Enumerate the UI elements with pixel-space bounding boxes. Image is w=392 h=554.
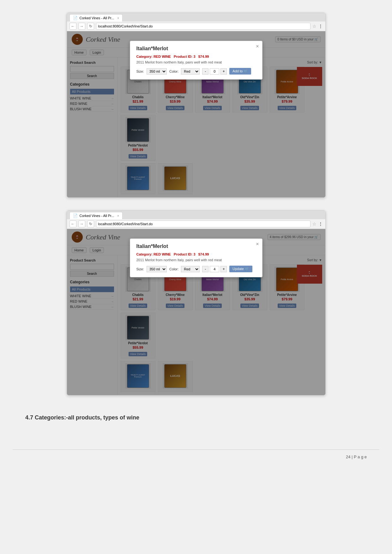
browser-window-1: 📄 Corked Vines - All Pr... × ← → ↻ ☆ ⋮ 🍷 [67,13,326,198]
refresh-button-2[interactable]: ↻ [87,220,94,227]
browser-tab-2[interactable]: 📄 Corked Vines - All Pr... × [69,212,123,219]
qty-control-2: - + [202,266,227,272]
qty-input-1[interactable] [210,68,219,75]
tab-icon-2: 📄 [73,214,78,218]
browser-tab-1[interactable]: 📄 Corked Vines - All Pr... × [69,14,123,21]
modal-product-id-value-2: 3 [193,252,195,256]
forward-button-1[interactable]: → [78,23,85,30]
add-to-cart-label-1: Add to 🛒 [232,69,248,73]
page-footer: 24 | P a g e [13,449,379,464]
tab-close-1[interactable]: × [117,16,119,20]
modal-description-2: 2011 Merlot from northern Italy, pairs w… [136,258,256,262]
modal-category-label-1: Category: [136,55,154,58]
modal-category-label-2: Category: [136,252,154,256]
modal-product-id-value-1: 3 [193,55,195,58]
modal-2: × Italian*Merlot Category: RED WINE Prod… [130,238,262,277]
modal-category-2: Category: RED WINE Product ID: 3 $74.99 [136,252,256,256]
tab-bar-1: 📄 Corked Vines - All Pr... × [67,13,325,21]
modal-close-btn-2[interactable]: × [256,241,259,247]
modal-category-value-1: RED WINE [154,55,171,58]
page-content-1: 🍷 Corked Vine 0 Items of $0 USD in your … [67,31,325,197]
update-cart-btn-2[interactable]: Update 🛒 [229,266,252,272]
modal-1: × Italian*Merlot Category: RED WINE Prod… [130,41,262,80]
bookmark-star-2[interactable]: ☆ [312,221,317,226]
modal-color-select-2[interactable]: Red White [181,266,200,272]
modal-product-id-label-2: Product ID: [172,252,193,256]
refresh-button-1[interactable]: ↻ [87,23,94,30]
tab-title-1: Corked Vines - All Pr... [80,16,114,20]
tab-close-2[interactable]: × [117,214,119,218]
modal-size-select-2[interactable]: 350 ml 750 ml [147,266,167,272]
page-number: 24 | P a g e [346,455,367,459]
modal-product-id-label-1: Product ID: [172,55,193,58]
modal-color-label-1: Color: [169,69,178,73]
modal-color-label-2: Color: [169,267,178,271]
modal-size-label-1: Size: [136,69,144,73]
modal-title-2: Italian*Merlot [136,244,256,249]
modal-controls-1: Size: 350 ml 750 ml Color: Red White - [136,68,256,75]
section-heading: 4.7 Categories:-all products, types of w… [25,414,367,421]
tab-icon-1: 📄 [73,16,78,20]
forward-button-2[interactable]: → [78,220,85,227]
tab-bar-2: 📄 Corked Vines - All Pr... × [67,211,325,219]
modal-size-label-2: Size: [136,267,144,271]
back-button-2[interactable]: ← [69,220,76,227]
qty-plus-btn-2[interactable]: + [220,266,227,272]
tab-title-2: Corked Vines - All Pr... [80,214,114,218]
qty-minus-btn-1[interactable]: - [202,68,208,75]
modal-price-value-1: $74.99 [198,55,209,58]
modal-title-1: Italian*Merlot [136,46,256,51]
url-bar-2[interactable] [96,220,311,227]
modal-controls-2: Size: 350 ml 750 ml Color: Red White - [136,266,256,272]
browser-controls-1: ← → ↻ ☆ ⋮ [67,21,325,31]
modal-close-btn-1[interactable]: × [256,44,259,49]
qty-input-2[interactable] [210,266,219,272]
menu-dots-2[interactable]: ⋮ [318,221,323,226]
page-content-2: 🍷 Corked Vine 4 items of $299.96 USD in … [67,229,325,395]
modal-color-select-1[interactable]: Red White [181,68,200,75]
modal-overlay-1[interactable]: × Italian*Merlot Category: RED WINE Prod… [67,31,325,197]
browser-window-2: 📄 Corked Vines - All Pr... × ← → ↻ ☆ ⋮ 🍷 [67,210,326,395]
modal-category-value-2: RED WINE [154,252,171,256]
modal-overlay-2[interactable]: × Italian*Merlot Category: RED WINE Prod… [67,229,325,395]
bookmark-star-1[interactable]: ☆ [312,24,317,29]
add-to-cart-btn-1[interactable]: Add to 🛒 [229,68,251,75]
qty-plus-btn-1[interactable]: + [220,68,227,75]
modal-description-1: 2011 Merlot from northern Italy, pairs w… [136,60,256,64]
qty-control-1: - + [202,68,227,75]
back-button-1[interactable]: ← [69,23,76,30]
qty-minus-btn-2[interactable]: - [202,266,208,272]
modal-price-value-2: $74.99 [198,252,209,256]
url-bar-1[interactable] [96,23,311,30]
browser-controls-2: ← → ↻ ☆ ⋮ [67,219,325,229]
modal-category-1: Category: RED WINE Product ID: 3 $74.99 [136,55,256,58]
modal-size-select-1[interactable]: 350 ml 750 ml [147,68,167,75]
update-cart-label-2: Update 🛒 [232,267,249,271]
menu-dots-1[interactable]: ⋮ [318,24,323,29]
